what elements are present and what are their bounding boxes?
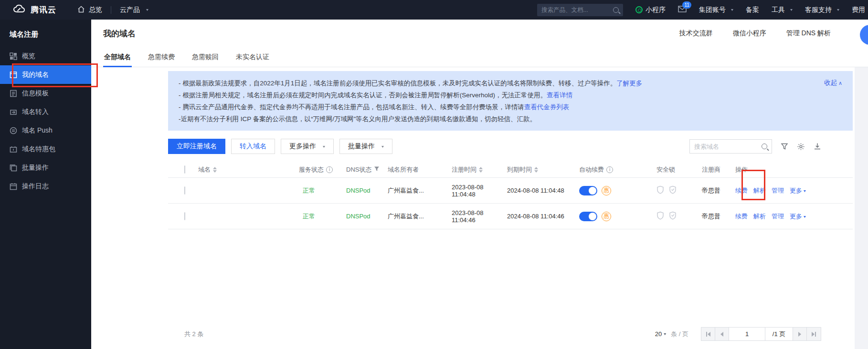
home-icon <box>77 6 85 14</box>
op-manage-link[interactable]: 管理 <box>772 186 784 195</box>
settings-gear-icon[interactable] <box>797 143 805 151</box>
batch-actions-button[interactable]: 批量操作▾ <box>339 139 392 154</box>
search-icon[interactable] <box>762 144 767 149</box>
sidebar: 域名注册 概览 我的域名 信息模板 域名转入 <box>0 20 91 349</box>
domain-deals-icon <box>10 145 17 153</box>
header-link-manage-dns[interactable]: 管理 DNS 解析 <box>786 29 831 38</box>
transfer-domain-button[interactable]: 转入域名 <box>231 139 275 154</box>
sidebar-item-batch-ops[interactable]: 批量操作 <box>0 158 91 177</box>
shield-icon[interactable] <box>669 211 677 221</box>
collapse-link[interactable]: 收起∧ <box>824 77 842 89</box>
row-checkbox[interactable] <box>184 186 185 195</box>
info-icon[interactable]: i <box>326 166 333 173</box>
main-content: - 根据最新政策法规要求，自2022年1月1日起，域名注册前必须使用已实名审核的… <box>168 67 853 229</box>
header-checkbox[interactable] <box>184 165 185 174</box>
funnel-filter-icon[interactable] <box>374 166 380 173</box>
op-more-link[interactable]: 更多▾ <box>790 186 806 195</box>
notice-line: - 根据最新政策法规要求，自2022年1月1日起，域名注册前必须使用已实名审核的… <box>179 77 842 89</box>
header-link-tech-group[interactable]: 技术交流群 <box>679 29 713 38</box>
right-gutter <box>855 67 868 349</box>
op-renew-link[interactable]: 续费 <box>735 186 748 195</box>
promo-badge[interactable]: 惠 <box>602 186 611 195</box>
tab-urgent-renew[interactable]: 急需续费 <box>147 47 176 67</box>
pagination-prev-button[interactable] <box>715 328 729 340</box>
sidebar-item-label: 概览 <box>22 52 35 61</box>
pagination-next-button[interactable] <box>793 328 807 340</box>
security-locks <box>656 185 702 195</box>
tencent-cloud-console: 腾讯云 总览 云产品 ▾ 小程序 <box>0 0 868 349</box>
cloud-logo-icon <box>12 4 26 15</box>
sort-icon[interactable] <box>534 167 538 173</box>
service-status: 正常 <box>299 212 346 221</box>
sidebar-item-info-template[interactable]: 信息模板 <box>0 84 91 103</box>
topbar-search-input[interactable] <box>541 7 613 13</box>
caret-down-icon: ▾ <box>837 8 839 12</box>
header-link-wechat-mini[interactable]: 微信小程序 <box>733 29 766 38</box>
page-header: 我的域名 技术交流群 微信小程序 管理 DNS 解析 全部域名 急需续费 急需赎… <box>91 20 868 67</box>
auto-renew-toggle[interactable] <box>579 212 597 221</box>
register-domain-button[interactable]: 立即注册域名 <box>168 139 225 154</box>
nav-overview[interactable]: 总览 <box>77 6 102 14</box>
message-center[interactable]: 11 <box>678 6 687 14</box>
fee-item[interactable]: 费用 ▾ <box>852 6 868 14</box>
support-item[interactable]: 客服支持 ▾ <box>805 6 839 14</box>
op-manage-link[interactable]: 管理 <box>772 212 784 221</box>
nav-cloud-products[interactable]: 云产品 ▾ <box>120 6 148 14</box>
op-resolve-link[interactable]: 解析 <box>753 212 766 221</box>
info-icon[interactable]: i <box>606 166 613 173</box>
row-checkbox[interactable] <box>184 212 185 220</box>
voucher-list-link[interactable]: 查看代金券列表 <box>524 103 570 111</box>
pagination-last-button[interactable] <box>807 328 821 340</box>
promo-badge[interactable]: 惠 <box>602 212 611 221</box>
domain-search[interactable] <box>689 139 772 154</box>
tencent-cloud-logo[interactable]: 腾讯云 <box>12 4 56 15</box>
shield-icon[interactable] <box>656 185 664 195</box>
sort-icon[interactable] <box>479 167 483 173</box>
learn-more-link[interactable]: 了解更多 <box>616 80 642 87</box>
notice-line: - 腾讯云全产品通用代金券、指定代金券均不再适用于域名注册产品，包括域名新注、转… <box>179 101 842 113</box>
tab-all-domains[interactable]: 全部域名 <box>103 47 132 67</box>
sidebar-item-domain-deals[interactable]: 域名特惠包 <box>0 140 91 158</box>
group-account-item[interactable]: 集团账号 ▾ <box>699 6 733 14</box>
sidebar-item-overview[interactable]: 概览 <box>0 47 91 65</box>
sidebar-item-domain-push[interactable]: 域名 Push <box>0 121 91 140</box>
shield-icon[interactable] <box>656 211 664 221</box>
op-renew-link[interactable]: 续费 <box>735 212 748 221</box>
caret-down-icon: ▾ <box>731 8 733 12</box>
miniprogram-item[interactable]: 小程序 <box>635 6 666 14</box>
registrar: 帝思普 <box>702 212 735 221</box>
domain-search-input[interactable] <box>694 143 762 150</box>
sidebar-item-my-domains[interactable]: 我的域名 <box>0 65 91 84</box>
shield-icon[interactable] <box>669 185 677 195</box>
download-icon[interactable] <box>814 143 821 150</box>
tools-item[interactable]: 工具 ▾ <box>772 6 793 14</box>
toolbar: 立即注册域名 转入域名 更多操作▾ 批量操作▾ <box>168 139 853 154</box>
filter-icon[interactable] <box>781 143 788 150</box>
op-more-link[interactable]: 更多▾ <box>790 212 806 221</box>
sort-icon[interactable] <box>213 167 217 173</box>
page-total-label: /1 页 <box>765 328 793 340</box>
auto-renew-toggle[interactable] <box>579 186 597 195</box>
view-details-link[interactable]: 查看详情 <box>547 92 572 99</box>
pagination-first-button[interactable] <box>701 328 715 340</box>
topbar-search[interactable] <box>537 4 623 16</box>
sidebar-item-label: 信息模板 <box>22 89 49 98</box>
tab-unverified[interactable]: 未实名认证 <box>235 47 270 67</box>
notice-line: -近期有不法分子利用 ICP 备案的公示信息，以“万维网/万域网”等名义向用户发… <box>179 113 842 125</box>
caret-down-icon: ▾ <box>323 144 325 149</box>
sidebar-item-ops-log[interactable]: 操作日志 <box>0 177 91 195</box>
row-operations: 续费 解析 管理 更多▾ <box>735 212 853 221</box>
domain-push-icon <box>10 127 17 134</box>
sidebar-item-label: 域名转入 <box>22 108 49 116</box>
toolbar-right <box>689 139 821 154</box>
op-resolve-link[interactable]: 解析 <box>753 186 766 195</box>
search-icon[interactable] <box>613 7 619 13</box>
page-size-select[interactable]: 20▾ <box>655 330 667 338</box>
sidebar-item-domain-transfer[interactable]: 域名转入 <box>0 103 91 121</box>
domain-transfer-icon <box>10 108 17 116</box>
beian-item[interactable]: 备案 <box>746 6 759 14</box>
service-status: 正常 <box>299 186 346 195</box>
tab-urgent-redeem[interactable]: 急需赎回 <box>191 47 220 67</box>
more-actions-button[interactable]: 更多操作▾ <box>281 139 334 154</box>
page-input[interactable]: 1 <box>729 328 765 340</box>
